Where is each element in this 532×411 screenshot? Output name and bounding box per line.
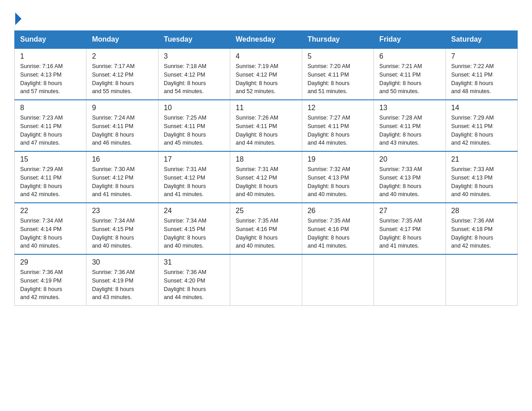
day-number: 15	[20, 155, 81, 163]
day-number: 11	[236, 104, 296, 112]
day-info: Sunrise: 7:20 AMSunset: 4:11 PMDaylight:…	[308, 63, 350, 94]
calendar-cell: 16 Sunrise: 7:30 AMSunset: 4:12 PMDaylig…	[86, 151, 158, 203]
column-header-thursday: Thursday	[302, 31, 373, 49]
calendar-cell: 1 Sunrise: 7:16 AMSunset: 4:13 PMDayligh…	[15, 48, 86, 100]
day-number: 26	[308, 207, 368, 215]
calendar-cell: 18 Sunrise: 7:31 AMSunset: 4:12 PMDaylig…	[230, 151, 302, 203]
calendar-cell: 31 Sunrise: 7:36 AMSunset: 4:20 PMDaylig…	[158, 254, 230, 306]
day-number: 13	[379, 104, 440, 112]
calendar-table: SundayMondayTuesdayWednesdayThursdayFrid…	[14, 30, 518, 306]
calendar-cell	[374, 254, 446, 306]
day-number: 21	[451, 155, 512, 163]
day-info: Sunrise: 7:34 AMSunset: 4:14 PMDaylight:…	[20, 218, 63, 249]
day-number: 9	[92, 104, 152, 112]
day-number: 18	[236, 155, 296, 163]
calendar-cell: 13 Sunrise: 7:28 AMSunset: 4:11 PMDaylig…	[374, 100, 446, 151]
day-number: 29	[20, 258, 81, 266]
day-info: Sunrise: 7:35 AMSunset: 4:16 PMDaylight:…	[308, 218, 350, 249]
page-header	[14, 11, 518, 25]
day-info: Sunrise: 7:19 AMSunset: 4:12 PMDaylight:…	[236, 63, 278, 94]
day-number: 12	[308, 104, 368, 112]
day-info: Sunrise: 7:31 AMSunset: 4:12 PMDaylight:…	[236, 166, 278, 197]
day-number: 16	[92, 155, 152, 163]
day-info: Sunrise: 7:35 AMSunset: 4:17 PMDaylight:…	[379, 218, 422, 249]
day-number: 14	[451, 104, 512, 112]
day-number: 24	[164, 207, 224, 215]
calendar-cell: 30 Sunrise: 7:36 AMSunset: 4:19 PMDaylig…	[86, 254, 158, 306]
day-info: Sunrise: 7:36 AMSunset: 4:19 PMDaylight:…	[20, 269, 63, 300]
day-number: 17	[164, 155, 224, 163]
day-number: 6	[379, 52, 440, 60]
column-header-wednesday: Wednesday	[230, 31, 302, 49]
calendar-cell: 24 Sunrise: 7:34 AMSunset: 4:15 PMDaylig…	[158, 203, 230, 254]
calendar-cell: 8 Sunrise: 7:23 AMSunset: 4:11 PMDayligh…	[15, 100, 86, 151]
day-number: 1	[20, 52, 81, 60]
day-number: 19	[308, 155, 368, 163]
day-number: 23	[92, 207, 152, 215]
day-info: Sunrise: 7:28 AMSunset: 4:11 PMDaylight:…	[379, 115, 422, 146]
calendar-cell	[446, 254, 517, 306]
day-info: Sunrise: 7:26 AMSunset: 4:11 PMDaylight:…	[236, 115, 278, 146]
day-number: 2	[92, 52, 152, 60]
day-info: Sunrise: 7:31 AMSunset: 4:12 PMDaylight:…	[164, 166, 206, 197]
day-info: Sunrise: 7:33 AMSunset: 4:13 PMDaylight:…	[379, 166, 422, 197]
calendar-cell: 11 Sunrise: 7:26 AMSunset: 4:11 PMDaylig…	[230, 100, 302, 151]
calendar-cell: 15 Sunrise: 7:29 AMSunset: 4:11 PMDaylig…	[15, 151, 86, 203]
day-info: Sunrise: 7:23 AMSunset: 4:11 PMDaylight:…	[20, 115, 63, 146]
day-info: Sunrise: 7:29 AMSunset: 4:11 PMDaylight:…	[451, 115, 494, 146]
day-number: 4	[236, 52, 296, 60]
calendar-cell: 6 Sunrise: 7:21 AMSunset: 4:11 PMDayligh…	[374, 48, 446, 100]
column-header-tuesday: Tuesday	[158, 31, 230, 49]
week-row: 1 Sunrise: 7:16 AMSunset: 4:13 PMDayligh…	[15, 48, 518, 100]
calendar-cell: 9 Sunrise: 7:24 AMSunset: 4:11 PMDayligh…	[86, 100, 158, 151]
day-info: Sunrise: 7:36 AMSunset: 4:20 PMDaylight:…	[164, 269, 206, 300]
calendar-cell: 5 Sunrise: 7:20 AMSunset: 4:11 PMDayligh…	[302, 48, 373, 100]
calendar-cell: 20 Sunrise: 7:33 AMSunset: 4:13 PMDaylig…	[374, 151, 446, 203]
calendar-cell: 4 Sunrise: 7:19 AMSunset: 4:12 PMDayligh…	[230, 48, 302, 100]
calendar-cell: 21 Sunrise: 7:33 AMSunset: 4:13 PMDaylig…	[446, 151, 517, 203]
week-row: 8 Sunrise: 7:23 AMSunset: 4:11 PMDayligh…	[15, 100, 518, 151]
logo-triangle-icon	[15, 13, 21, 25]
week-row: 15 Sunrise: 7:29 AMSunset: 4:11 PMDaylig…	[15, 151, 518, 203]
day-info: Sunrise: 7:35 AMSunset: 4:16 PMDaylight:…	[236, 218, 278, 249]
day-number: 28	[451, 207, 512, 215]
column-header-friday: Friday	[374, 31, 446, 49]
day-number: 3	[164, 52, 224, 60]
day-info: Sunrise: 7:34 AMSunset: 4:15 PMDaylight:…	[92, 218, 134, 249]
day-info: Sunrise: 7:24 AMSunset: 4:11 PMDaylight:…	[92, 115, 134, 146]
calendar-cell: 3 Sunrise: 7:18 AMSunset: 4:12 PMDayligh…	[158, 48, 230, 100]
day-number: 31	[164, 258, 224, 266]
day-info: Sunrise: 7:36 AMSunset: 4:18 PMDaylight:…	[451, 218, 494, 249]
day-info: Sunrise: 7:33 AMSunset: 4:13 PMDaylight:…	[451, 166, 494, 197]
logo	[14, 14, 21, 25]
calendar-cell: 27 Sunrise: 7:35 AMSunset: 4:17 PMDaylig…	[374, 203, 446, 254]
calendar-cell: 17 Sunrise: 7:31 AMSunset: 4:12 PMDaylig…	[158, 151, 230, 203]
calendar-cell: 23 Sunrise: 7:34 AMSunset: 4:15 PMDaylig…	[86, 203, 158, 254]
day-number: 22	[20, 207, 81, 215]
day-number: 8	[20, 104, 81, 112]
day-number: 27	[379, 207, 440, 215]
calendar-cell: 19 Sunrise: 7:32 AMSunset: 4:13 PMDaylig…	[302, 151, 373, 203]
calendar-cell: 12 Sunrise: 7:27 AMSunset: 4:11 PMDaylig…	[302, 100, 373, 151]
day-number: 20	[379, 155, 440, 163]
calendar-cell: 14 Sunrise: 7:29 AMSunset: 4:11 PMDaylig…	[446, 100, 517, 151]
day-info: Sunrise: 7:16 AMSunset: 4:13 PMDaylight:…	[20, 63, 63, 94]
column-header-saturday: Saturday	[446, 31, 517, 49]
calendar-cell: 22 Sunrise: 7:34 AMSunset: 4:14 PMDaylig…	[15, 203, 86, 254]
calendar-cell: 2 Sunrise: 7:17 AMSunset: 4:12 PMDayligh…	[86, 48, 158, 100]
column-header-sunday: Sunday	[15, 31, 86, 49]
day-number: 7	[451, 52, 512, 60]
day-number: 25	[236, 207, 296, 215]
calendar-cell: 7 Sunrise: 7:22 AMSunset: 4:11 PMDayligh…	[446, 48, 517, 100]
day-info: Sunrise: 7:22 AMSunset: 4:11 PMDaylight:…	[451, 63, 494, 94]
week-row: 22 Sunrise: 7:34 AMSunset: 4:14 PMDaylig…	[15, 203, 518, 254]
day-info: Sunrise: 7:21 AMSunset: 4:11 PMDaylight:…	[379, 63, 422, 94]
day-info: Sunrise: 7:30 AMSunset: 4:12 PMDaylight:…	[92, 166, 134, 197]
day-info: Sunrise: 7:34 AMSunset: 4:15 PMDaylight:…	[164, 218, 206, 249]
day-info: Sunrise: 7:18 AMSunset: 4:12 PMDaylight:…	[164, 63, 206, 94]
calendar-cell: 28 Sunrise: 7:36 AMSunset: 4:18 PMDaylig…	[446, 203, 517, 254]
calendar-header-row: SundayMondayTuesdayWednesdayThursdayFrid…	[15, 31, 518, 49]
calendar-cell: 10 Sunrise: 7:25 AMSunset: 4:11 PMDaylig…	[158, 100, 230, 151]
day-number: 5	[308, 52, 368, 60]
day-info: Sunrise: 7:25 AMSunset: 4:11 PMDaylight:…	[164, 115, 206, 146]
